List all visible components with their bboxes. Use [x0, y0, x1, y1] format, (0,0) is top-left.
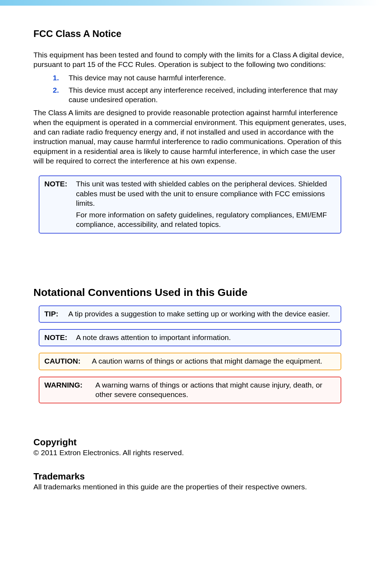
warning-box: WARNING: A warning warns of things or ac…: [39, 377, 341, 404]
tip-label: TIP:: [44, 309, 68, 318]
note-paragraph: This unit was tested with shielded cable…: [76, 179, 336, 208]
note-text: This unit was tested with shielded cable…: [76, 179, 336, 229]
fcc-note-box: NOTE: This unit was tested with shielded…: [39, 175, 341, 233]
fcc-heading: FCC Class A Notice: [33, 29, 347, 39]
page-content: FCC Class A Notice This equipment has be…: [0, 6, 380, 491]
copyright-text: © 2011 Extron Electronics. All rights re…: [33, 448, 347, 457]
fcc-intro: This equipment has been tested and found…: [33, 50, 347, 69]
fcc-conditions-list: 1. This device may not cause harmful int…: [33, 73, 347, 105]
note-label: NOTE:: [44, 333, 76, 342]
warning-text: A warning warns of things or actions tha…: [95, 380, 336, 400]
conventions-heading: Notational Conventions Used in this Guid…: [33, 286, 347, 298]
list-item: 2. This device must accept any interfere…: [53, 85, 347, 105]
list-number: 2.: [53, 85, 59, 95]
note-label: NOTE:: [44, 179, 76, 188]
list-number: 1.: [53, 73, 59, 82]
warning-label: WARNING:: [44, 380, 95, 390]
caution-box: CAUTION: A caution warns of things or ac…: [39, 353, 341, 370]
copyright-heading: Copyright: [33, 437, 347, 448]
caution-text: A caution warns of things or actions tha…: [92, 356, 336, 366]
note-paragraph: For more information on safety guideline…: [76, 210, 336, 229]
caution-label: CAUTION:: [44, 356, 92, 366]
fcc-body: The Class A limits are designed to provi…: [33, 108, 347, 166]
tip-text: A tip provides a suggestion to make sett…: [68, 309, 336, 318]
list-text: This device must accept any interference…: [69, 86, 338, 104]
list-text: This device may not cause harmful interf…: [69, 74, 226, 82]
tip-box: TIP: A tip provides a suggestion to make…: [39, 305, 341, 323]
trademarks-heading: Trademarks: [33, 471, 347, 482]
note-box: NOTE: A note draws attention to importan…: [39, 329, 341, 346]
trademarks-text: All trademarks mentioned in this guide a…: [33, 483, 347, 491]
note-text: A note draws attention to important info…: [76, 333, 336, 342]
list-item: 1. This device may not cause harmful int…: [53, 73, 347, 82]
header-accent-bar: [0, 0, 380, 6]
